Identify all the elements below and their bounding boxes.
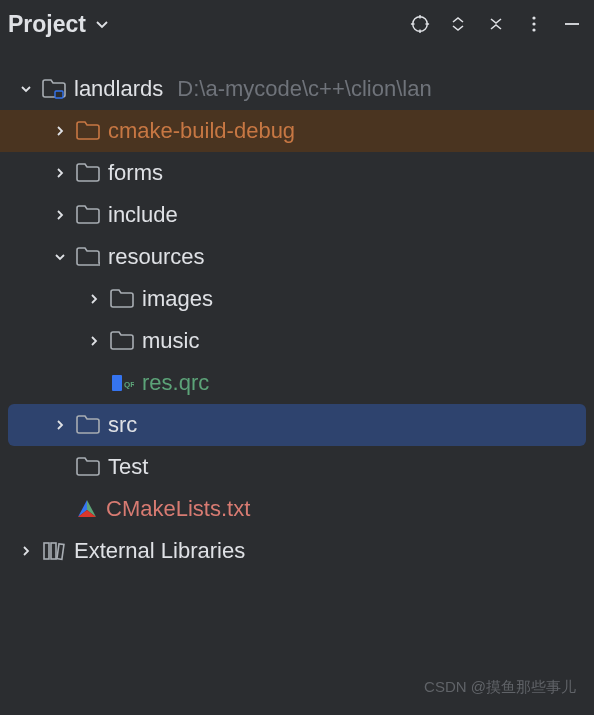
folder-icon bbox=[76, 205, 100, 225]
path-hint: D:\a-mycode\c++\clion\lan bbox=[177, 76, 431, 102]
svg-text:QRC: QRC bbox=[124, 380, 134, 389]
tree-label: resources bbox=[108, 244, 205, 270]
tree-node-res-qrc[interactable]: QRC res.qrc bbox=[0, 362, 594, 404]
tree-label: res.qrc bbox=[142, 370, 209, 396]
tree-node-root[interactable]: landlards D:\a-mycode\c++\clion\lan bbox=[0, 68, 594, 110]
tree-label: forms bbox=[108, 160, 163, 186]
folder-icon bbox=[76, 247, 100, 267]
minimize-icon[interactable] bbox=[562, 14, 582, 34]
svg-rect-10 bbox=[112, 375, 122, 391]
folder-icon bbox=[76, 457, 100, 477]
chevron-right-icon[interactable] bbox=[86, 333, 102, 349]
tree-node-resources[interactable]: resources bbox=[0, 236, 594, 278]
root-folder-icon bbox=[42, 79, 66, 99]
chevron-right-icon[interactable] bbox=[86, 291, 102, 307]
tree-node-external-libs[interactable]: External Libraries bbox=[0, 530, 594, 572]
tree-label: landlards bbox=[74, 76, 163, 102]
svg-point-5 bbox=[532, 16, 535, 19]
expand-all-icon[interactable] bbox=[448, 14, 468, 34]
tree-label: CMakeLists.txt bbox=[106, 496, 250, 522]
tree-label: music bbox=[142, 328, 199, 354]
chevron-down-icon[interactable] bbox=[92, 14, 112, 34]
tree-node-music[interactable]: music bbox=[0, 320, 594, 362]
chevron-right-icon[interactable] bbox=[52, 417, 68, 433]
chevron-down-icon[interactable] bbox=[52, 249, 68, 265]
chevron-right-icon[interactable] bbox=[18, 543, 34, 559]
more-icon[interactable] bbox=[524, 14, 544, 34]
header-left: Project bbox=[8, 11, 112, 38]
tree-label: include bbox=[108, 202, 178, 228]
tree-node-images[interactable]: images bbox=[0, 278, 594, 320]
svg-point-7 bbox=[532, 28, 535, 31]
qrc-file-icon: QRC bbox=[110, 373, 134, 393]
svg-point-0 bbox=[413, 17, 428, 32]
project-tree: landlards D:\a-mycode\c++\clion\lan cmak… bbox=[0, 52, 594, 572]
chevron-right-icon[interactable] bbox=[52, 123, 68, 139]
folder-icon bbox=[76, 163, 100, 183]
libraries-icon bbox=[42, 540, 66, 562]
tree-label: src bbox=[108, 412, 137, 438]
folder-excluded-icon bbox=[76, 121, 100, 141]
svg-rect-12 bbox=[44, 543, 49, 559]
target-icon[interactable] bbox=[410, 14, 430, 34]
folder-icon bbox=[110, 331, 134, 351]
cmake-file-icon bbox=[76, 498, 98, 520]
svg-rect-13 bbox=[51, 543, 56, 559]
tree-node-cmake-build[interactable]: cmake-build-debug bbox=[0, 110, 594, 152]
folder-icon bbox=[76, 415, 100, 435]
svg-point-6 bbox=[532, 22, 535, 25]
watermark: CSDN @摸鱼那些事儿 bbox=[424, 678, 576, 697]
tree-node-cmakelists[interactable]: CMakeLists.txt bbox=[0, 488, 594, 530]
tree-label: External Libraries bbox=[74, 538, 245, 564]
tree-label: images bbox=[142, 286, 213, 312]
svg-rect-9 bbox=[55, 91, 63, 98]
tree-node-include[interactable]: include bbox=[0, 194, 594, 236]
tree-node-test[interactable]: Test bbox=[0, 446, 594, 488]
chevron-right-icon[interactable] bbox=[52, 207, 68, 223]
chevron-down-icon[interactable] bbox=[18, 81, 34, 97]
folder-icon bbox=[110, 289, 134, 309]
collapse-all-icon[interactable] bbox=[486, 14, 506, 34]
tree-label: cmake-build-debug bbox=[108, 118, 295, 144]
panel-title: Project bbox=[8, 11, 86, 38]
panel-header: Project bbox=[0, 0, 594, 52]
tree-node-src[interactable]: src bbox=[8, 404, 586, 446]
svg-rect-14 bbox=[57, 544, 64, 560]
tree-node-forms[interactable]: forms bbox=[0, 152, 594, 194]
header-toolbar bbox=[410, 14, 582, 34]
tree-label: Test bbox=[108, 454, 148, 480]
chevron-right-icon[interactable] bbox=[52, 165, 68, 181]
